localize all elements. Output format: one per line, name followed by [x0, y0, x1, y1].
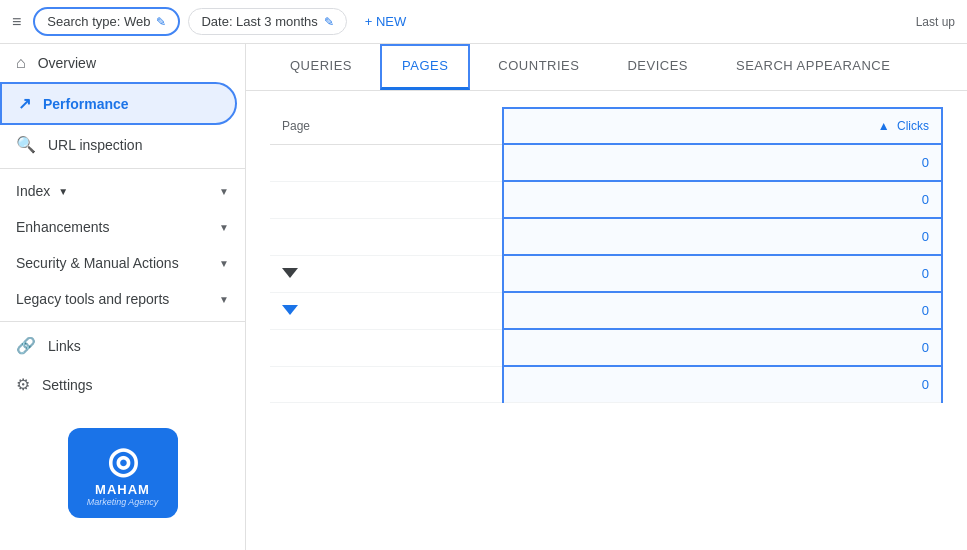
cell-clicks: 0 [503, 329, 942, 366]
search-type-edit-icon[interactable]: ✎ [156, 15, 166, 29]
sidebar-item-url-inspection[interactable]: 🔍 URL inspection [0, 125, 237, 164]
enhancements-chevron: ▼ [219, 222, 229, 233]
sidebar-item-links-label: Links [48, 338, 81, 354]
url-inspection-icon: 🔍 [16, 135, 36, 154]
legacy-label: Legacy tools and reports [16, 291, 169, 307]
filter-icon[interactable]: ≡ [12, 13, 21, 31]
cell-clicks: 0 [503, 366, 942, 403]
cell-page [270, 292, 503, 329]
cell-clicks: 0 [503, 255, 942, 292]
sidebar-item-index[interactable]: Index ▼ ▼ [0, 173, 245, 209]
cell-page [270, 181, 503, 218]
brand-logo: ◎ MAHAM Marketing Agency [68, 428, 178, 518]
content-area: QUERIES PAGES COUNTRIES DEVICES SEARCH A… [246, 44, 967, 550]
sidebar-item-performance-label: Performance [43, 96, 129, 112]
tab-countries[interactable]: COUNTRIES [478, 44, 599, 90]
logo-brand-name: MAHAM [95, 482, 150, 497]
sidebar-item-links[interactable]: 🔗 Links [0, 326, 237, 365]
logo-circle: ◎ [107, 440, 138, 482]
tab-queries[interactable]: QUERIES [270, 44, 372, 90]
sidebar: ⌂ Overview ↗ Performance 🔍 URL inspectio… [0, 44, 246, 550]
security-label: Security & Manual Actions [16, 255, 179, 271]
data-table: Page ▲ Clicks 0000000 [270, 107, 943, 403]
table-row[interactable]: 0 [270, 329, 942, 366]
divider-1 [0, 168, 245, 169]
table-area: Page ▲ Clicks 0000000 [246, 91, 967, 419]
cell-clicks: 0 [503, 144, 942, 181]
enhancements-label: Enhancements [16, 219, 109, 235]
links-icon: 🔗 [16, 336, 36, 355]
down-arrow-icon [282, 305, 298, 315]
security-chevron: ▼ [219, 258, 229, 269]
sidebar-item-settings-label: Settings [42, 377, 93, 393]
table-row[interactable]: 0 [270, 255, 942, 292]
legacy-chevron: ▼ [219, 294, 229, 305]
down-arrow-icon [282, 268, 298, 278]
settings-icon: ⚙ [16, 375, 30, 394]
table-row[interactable]: 0 [270, 144, 942, 181]
date-edit-icon[interactable]: ✎ [324, 15, 334, 29]
cell-page [270, 329, 503, 366]
sidebar-item-overview-label: Overview [38, 55, 96, 71]
sidebar-logo: ◎ MAHAM Marketing Agency [0, 404, 245, 542]
tab-devices[interactable]: DEVICES [607, 44, 708, 90]
index-label: Index [16, 183, 50, 199]
sidebar-item-security[interactable]: Security & Manual Actions ▼ [0, 245, 245, 281]
col-page-header: Page [270, 108, 503, 144]
tab-search-appearance[interactable]: SEARCH APPEARANCE [716, 44, 910, 90]
index-chevron: ▼ [219, 186, 229, 197]
sidebar-item-settings[interactable]: ⚙ Settings [0, 365, 237, 404]
table-row[interactable]: 0 [270, 292, 942, 329]
new-button[interactable]: + NEW [355, 9, 417, 34]
divider-2 [0, 321, 245, 322]
search-type-label: Search type: Web [47, 14, 150, 29]
sidebar-item-enhancements[interactable]: Enhancements ▼ [0, 209, 245, 245]
sidebar-item-legacy[interactable]: Legacy tools and reports ▼ [0, 281, 245, 317]
col-clicks-header[interactable]: ▲ Clicks [503, 108, 942, 144]
cell-clicks: 0 [503, 292, 942, 329]
cell-page [270, 144, 503, 181]
index-dropdown-icon: ▼ [58, 186, 68, 197]
cell-clicks: 0 [503, 218, 942, 255]
cell-page [270, 218, 503, 255]
table-row[interactable]: 0 [270, 181, 942, 218]
tabs-bar: QUERIES PAGES COUNTRIES DEVICES SEARCH A… [246, 44, 967, 91]
logo-tagline: Marketing Agency [87, 497, 159, 507]
cell-clicks: 0 [503, 181, 942, 218]
table-row[interactable]: 0 [270, 366, 942, 403]
top-bar: ≡ Search type: Web ✎ Date: Last 3 months… [0, 0, 967, 44]
cell-page [270, 255, 503, 292]
sort-arrow-icon: ▲ [878, 119, 890, 133]
sidebar-item-url-inspection-label: URL inspection [48, 137, 142, 153]
last-update-label: Last up [916, 15, 955, 29]
table-row[interactable]: 0 [270, 218, 942, 255]
sidebar-item-performance[interactable]: ↗ Performance [0, 82, 237, 125]
search-type-button[interactable]: Search type: Web ✎ [33, 7, 180, 36]
main-layout: ⌂ Overview ↗ Performance 🔍 URL inspectio… [0, 44, 967, 550]
date-label: Date: Last 3 months [201, 14, 317, 29]
performance-icon: ↗ [18, 94, 31, 113]
date-range-button[interactable]: Date: Last 3 months ✎ [188, 8, 346, 35]
cell-page [270, 366, 503, 403]
sidebar-item-overview[interactable]: ⌂ Overview [0, 44, 237, 82]
overview-icon: ⌂ [16, 54, 26, 72]
tab-pages[interactable]: PAGES [380, 44, 470, 90]
